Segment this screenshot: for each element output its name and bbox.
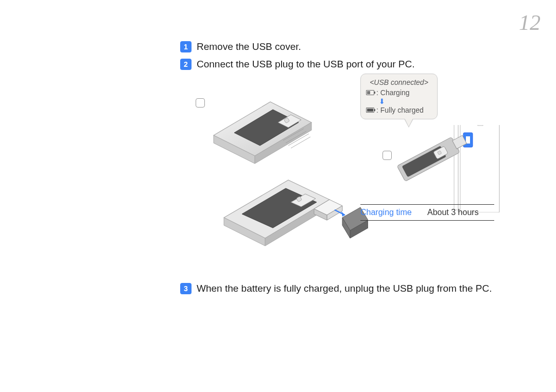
fully-charged-line: : Fully charged — [366, 105, 432, 115]
device-covered-illustration — [198, 86, 317, 169]
charging-label: : Charging — [376, 88, 410, 97]
tooltip-title: <USB connected> — [366, 78, 432, 86]
device-pc-connected-illustration — [391, 125, 505, 212]
step-3: 3 When the battery is fully charged, unp… — [180, 282, 520, 295]
step-3-text: When the battery is fully charged, unplu… — [197, 282, 492, 295]
instructions-block: 1 Remove the USB cover. 2 Connect the US… — [180, 40, 510, 269]
step-badge-2: 2 — [180, 59, 192, 70]
step-1: 1 Remove the USB cover. — [180, 40, 510, 54]
charging-time-row: Charging time About 3 hours — [360, 208, 494, 217]
step-badge-1: 1 — [180, 41, 192, 52]
page-number: 12 — [519, 10, 541, 35]
battery-full-icon — [366, 108, 374, 113]
step-2-text: Connect the USB plug to the USB port of … — [197, 58, 415, 71]
charging-time-value: About 3 hours — [427, 208, 479, 217]
fully-charged-label: : Fully charged — [376, 106, 424, 114]
step-2: 2 Connect the USB plug to the USB port o… — [180, 58, 510, 71]
charging-line: : Charging — [366, 88, 432, 97]
svg-rect-29 — [478, 125, 483, 126]
battery-charging-icon — [366, 90, 374, 95]
device-cap-removed-illustration — [214, 169, 368, 256]
svg-rect-26 — [466, 136, 470, 144]
svg-marker-22 — [341, 211, 345, 217]
illustration-area: <USB connected> : Charging ⬇ : Fully cha… — [175, 79, 505, 269]
step-1-text: Remove the USB cover. — [197, 40, 301, 54]
marker-square-2 — [383, 151, 392, 160]
arrow-down-icon: ⬇ — [379, 97, 432, 105]
charging-time-table: Charging time About 3 hours — [360, 204, 494, 221]
step-badge-3: 3 — [180, 283, 192, 294]
usb-connected-tooltip: <USB connected> : Charging ⬇ : Fully cha… — [360, 74, 438, 119]
charging-time-label: Charging time — [360, 208, 427, 217]
